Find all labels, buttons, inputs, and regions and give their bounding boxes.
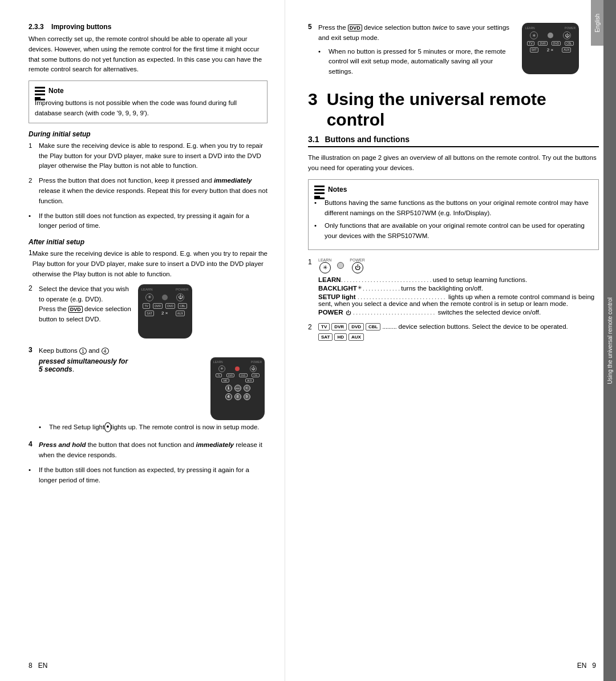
- func-1-content: LEARN ✳ POWER ⏻: [318, 258, 599, 317]
- after-step-3-detail: pressed simultaneously for 5 seconds. LE…: [39, 357, 268, 420]
- after-step-4-text: Press and hold the button that does not …: [39, 440, 268, 461]
- device-buttons-group: TV DVR DVD CBL ......... device selectio…: [318, 323, 568, 331]
- func-1-row: 1 LEARN ✳ POWER: [308, 258, 599, 317]
- note-icon: [35, 87, 45, 95]
- ellipsis: .........: [382, 324, 396, 330]
- func-item-2: 2 TV DVR DVD CBL ......... device select…: [308, 323, 599, 341]
- during-steps-list: 1 Make sure the receiving device is able…: [29, 141, 268, 207]
- during-bullet-1: If the button still does not function as…: [29, 211, 268, 232]
- remote-image-1: LEARN POWER ✳ ⏻: [138, 284, 195, 339]
- learn-func-row: LEARN ............................... us…: [318, 276, 599, 283]
- after-step-1: 1 Make sure the receiving device is able…: [29, 249, 268, 279]
- step-5-bullet-1: When no button is pressed for 5 minutes …: [318, 47, 513, 77]
- after-step-3-main: Keep buttons 1 and 4: [39, 347, 109, 354]
- device-buttons-row-2: SAT HD AUX: [318, 333, 568, 341]
- tv-button: TV: [318, 323, 330, 331]
- sat-button: SAT: [318, 333, 333, 341]
- after-step-4: 4 Press and hold the button that does no…: [29, 440, 268, 461]
- during-step-2-text: Press the button that does not function,…: [39, 176, 268, 206]
- func-2-content: TV DVR DVD CBL ......... device selectio…: [318, 323, 568, 341]
- side-tab: Using the universal remote control: [603, 0, 616, 681]
- left-column: 2.3.3 Improving buttons When correctly s…: [0, 0, 285, 681]
- note-item-2: Only functions that are available on you…: [314, 221, 593, 241]
- section-233-intro: When correctly set up, the remote contro…: [29, 34, 268, 75]
- page: 2.3.3 Improving buttons When correctly s…: [0, 0, 616, 681]
- aux-button: AUX: [348, 333, 364, 341]
- func-1-icons: LEARN ✳ POWER ⏻: [318, 258, 599, 273]
- after-step-3-content: Keep buttons 1 and 4 pressed simultaneou…: [39, 346, 268, 436]
- notes-box: Notes Buttons having the same functions …: [308, 179, 599, 250]
- dvd-button: DVD: [348, 323, 364, 331]
- remote-image-3: LEARN POWER ✳ ⏻ TV DVR DVD CBL: [522, 23, 582, 74]
- note-item-1: Buttons having the same functions as the…: [314, 198, 593, 219]
- setup-light-icon: [337, 262, 344, 269]
- dvr-button: DVR: [331, 323, 347, 331]
- after-initial-setup-heading: After initial setup: [29, 238, 268, 246]
- after-step-3-row: Keep buttons 1 and 4 pressed simultaneou…: [39, 346, 268, 420]
- after-step-1-text: Make sure the receiving device is able t…: [33, 249, 268, 279]
- note-header: Note: [35, 86, 261, 96]
- after-bullet-1: If the button still does not function as…: [29, 465, 268, 486]
- power-icon: ⏻: [352, 262, 363, 273]
- english-tab: English: [591, 0, 603, 46]
- func-item-1: 1 LEARN ✳ POWER: [308, 258, 599, 317]
- remote-image-2: LEARN POWER ✳ ⏻: [210, 357, 268, 420]
- setup-func-row: SETUP light ............................…: [318, 293, 599, 307]
- english-label: English: [594, 14, 601, 33]
- step-5-content: LEARN POWER ✳ ⏻ TV DVR DVD CBL: [318, 23, 599, 80]
- after-step-3: 3 Keep buttons 1 and 4 pressed simultane…: [29, 346, 268, 436]
- section-31-heading: 3.1 Buttons and functions: [308, 135, 599, 147]
- during-step-2: 2 Press the button that does not functio…: [29, 176, 268, 206]
- after-step-3-desc: pressed simultaneously for 5 seconds.: [39, 357, 205, 373]
- notes-icon: [314, 186, 325, 194]
- after-step-2-content: LEARN POWER ✳ ⏻: [39, 284, 195, 341]
- after-steps-container: 1 Make sure the receiving device is able…: [29, 249, 268, 461]
- power-func-row: POWER ⏻ ............................ swi…: [318, 309, 599, 316]
- backlight-func-row: BACKLIGHT ✳ ............. turns the back…: [318, 285, 599, 292]
- after-bullets: If the button still does not function as…: [29, 465, 268, 486]
- during-initial-setup-heading: During initial setup: [29, 130, 268, 138]
- learn-icon-group: LEARN ✳: [318, 258, 331, 273]
- notes-header: Notes: [314, 184, 593, 195]
- chapter-3-heading: 3 Using the universal remote control: [308, 89, 599, 130]
- notes-list: Buttons having the same functions as the…: [314, 198, 593, 241]
- after-step-3-bullets: The red Setup light ● lights up. The rem…: [39, 422, 268, 433]
- step-5-container: 5 LEARN POWER ✳ ⏻: [308, 23, 599, 80]
- side-tab-label: Using the universal remote control: [607, 292, 613, 390]
- section-31-intro: The illustration on page 2 gives an over…: [308, 153, 599, 174]
- during-step-1: 1 Make sure the receiving device is able…: [29, 141, 268, 171]
- during-step-1-text: Make sure the receiving device is able t…: [39, 141, 268, 171]
- hd-button: HD: [334, 333, 347, 341]
- learn-icon: ✳: [319, 262, 331, 273]
- after-step-2: 2 LEARN POWER ✳: [29, 284, 268, 341]
- right-page-footer: EN 9: [577, 662, 596, 670]
- note-box: Note Improving buttons is not possible w…: [29, 80, 268, 123]
- left-page-footer: 8 EN: [29, 662, 47, 670]
- after-step-3-text-block: Keep buttons 1 and 4 pressed simultaneou…: [39, 346, 268, 420]
- cbl-button: CBL: [366, 323, 380, 331]
- chapter-heading-row: 3 Using the universal remote control: [308, 89, 599, 130]
- section-233-title: 2.3.3 Improving buttons: [29, 23, 268, 31]
- func-2-row: 2 TV DVR DVD CBL ......... device select…: [308, 323, 599, 341]
- power-icon-group: POWER ⏻: [350, 258, 364, 273]
- device-selection-desc: device selection buttons. Select the dev…: [398, 323, 568, 330]
- after-step-3-bullet-1: The red Setup light ● lights up. The rem…: [39, 422, 268, 433]
- during-bullets: If the button still does not function as…: [29, 211, 268, 232]
- right-column: 5 LEARN POWER ✳ ⏻: [285, 0, 616, 681]
